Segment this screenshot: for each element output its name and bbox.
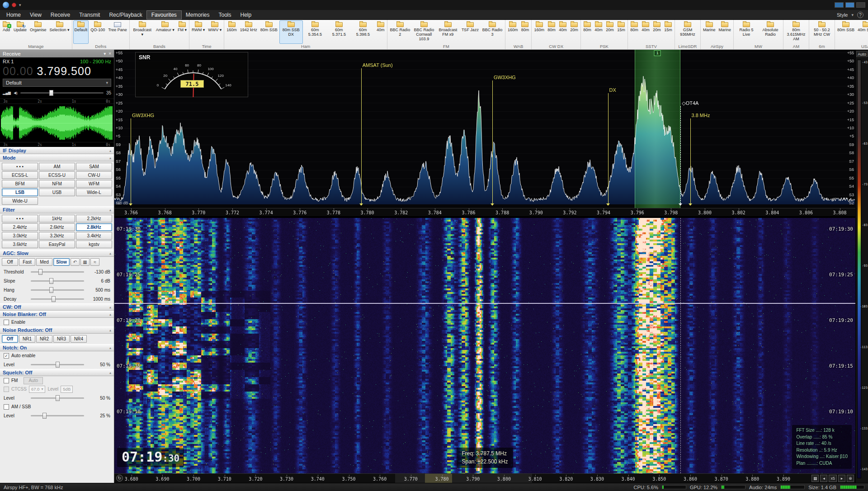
mode-button-am[interactable]: AM: [39, 163, 75, 170]
ribbon-button-default[interactable]: Default: [73, 20, 89, 44]
ribbon-button-60m-5-371-5[interactable]: 60m 5.371.5: [327, 20, 351, 44]
record-icon[interactable]: [12, 3, 16, 7]
collapse-icon[interactable]: ▴: [109, 312, 111, 316]
close-button[interactable]: [856, 2, 865, 8]
ribbon-button-bbc-radio-2[interactable]: BBC Radio 2: [388, 20, 412, 44]
ribbon-button-60m-5-398-5[interactable]: 60m 5.398.5: [351, 20, 375, 44]
filter-button-2-2khz[interactable]: 2.2kHz: [76, 215, 112, 222]
filter-button-2-8khz[interactable]: 2.8kHz: [76, 223, 112, 231]
auto-enable-checkbox[interactable]: [4, 353, 9, 359]
profile-select[interactable]: Default ▾: [3, 79, 111, 87]
speaker-icon[interactable]: ◀): [14, 91, 18, 95]
ribbon-button-80m-3-615mhz-am[interactable]: 80m 3.615MHz AM: [784, 20, 808, 44]
ribbon-button-80m[interactable]: 80m: [519, 20, 530, 44]
ribbon-button-20m[interactable]: 20m: [604, 20, 615, 44]
ribbon-button-40m[interactable]: 40m: [375, 20, 386, 44]
mode-button-wfm[interactable]: WFM: [76, 180, 112, 188]
minimize-button[interactable]: [835, 2, 844, 8]
ribbon-button-organise[interactable]: Organise: [28, 20, 48, 44]
ribbon-button-tsf-jazz[interactable]: TSF Jazz: [460, 20, 480, 44]
ribbon-button-broadcast[interactable]: Broadcast ▾: [131, 20, 154, 44]
ribbon-button-update[interactable]: ↻Update: [12, 20, 28, 44]
mode-button-cw-u[interactable]: CW-U: [76, 171, 112, 179]
ribbon-button-wwv[interactable]: WWV ▾: [207, 20, 223, 44]
agc-tool-icon-2[interactable]: ≈: [90, 258, 99, 266]
ribbon-button-bbc-radio-cornwall-103-9[interactable]: BBC Radio Cornwall 103.9: [412, 20, 436, 44]
ribbon-button-20m[interactable]: 20m: [569, 20, 580, 44]
nr-button-nr3[interactable]: NR3: [53, 335, 70, 343]
frequency-display[interactable]: 00.003.799.500: [3, 65, 111, 78]
agc-hang-slider[interactable]: [31, 289, 84, 291]
ribbon-button-gsm-936mhz[interactable]: GSM 936MHz: [676, 20, 699, 44]
filter-button-3-4khz[interactable]: 3.4kHz: [76, 232, 112, 240]
nav-control-2[interactable]: x5: [829, 475, 837, 482]
menu-tab-memories[interactable]: Memories: [181, 11, 214, 19]
squelch-level-thumb[interactable]: [56, 395, 60, 401]
ribbon-button-add[interactable]: +Add: [1, 20, 12, 44]
section-filter[interactable]: Filter▴: [0, 206, 114, 213]
mode-button-nfm[interactable]: NFM: [39, 180, 75, 188]
section-notch[interactable]: Notch: On▴: [0, 344, 114, 351]
ribbon-button-80m[interactable]: 80m: [629, 20, 640, 44]
collapse-icon[interactable]: ▴: [109, 328, 111, 332]
palette-colorbar[interactable]: [857, 60, 861, 478]
mode-button-ecss-u[interactable]: ECSS-U: [39, 171, 75, 179]
mode-button-usb[interactable]: USB: [39, 189, 75, 196]
ribbon-button-80m-ssb[interactable]: 80m SSB: [836, 20, 856, 44]
ribbon-button-bbc-radio-3[interactable]: BBC Radio 3: [481, 20, 504, 44]
ribbon-button-40m[interactable]: 40m: [557, 20, 568, 44]
collapse-icon[interactable]: ▴: [109, 305, 111, 309]
band-navigator[interactable]: 3.6803.6903.7003.7103.7203.7303.7403.750…: [114, 473, 855, 483]
nav-control-4[interactable]: ⊕: [847, 475, 854, 482]
notch-level-slider[interactable]: [31, 364, 84, 365]
nav-control-0[interactable]: ▦: [811, 475, 819, 482]
agc-decay-slider[interactable]: [31, 298, 84, 300]
collapse-icon[interactable]: ▴: [109, 156, 111, 160]
ctcss-frequency-select[interactable]: 67.0▾: [29, 386, 46, 393]
menu-tab-home[interactable]: Home: [2, 11, 25, 19]
menu-tab-receive[interactable]: Receive: [46, 11, 75, 19]
section-squelch[interactable]: Squelch: Off▴: [0, 369, 114, 376]
section-mode[interactable]: Mode▴: [0, 154, 114, 161]
mode-button-bfm[interactable]: BFM: [2, 180, 38, 188]
enable-checkbox[interactable]: [4, 320, 9, 325]
agc-button-fast[interactable]: Fast: [19, 258, 35, 266]
am-ssb-checkbox[interactable]: [4, 404, 9, 410]
menu-tab-rec-playback[interactable]: Rec/Playback: [104, 11, 146, 19]
collapse-icon[interactable]: ▴: [109, 208, 111, 212]
menu-tab-tools[interactable]: Tools: [214, 11, 236, 19]
ribbon-button-rwm[interactable]: RWM ▾: [190, 20, 206, 44]
ribbon-button-80m-ssb[interactable]: 80m SSB: [259, 20, 279, 44]
ribbon-button-80m[interactable]: 80m: [546, 20, 557, 44]
filter-button-3-0khz[interactable]: 3.0kHz: [2, 232, 38, 240]
mode-button-wide-u[interactable]: Wide-U: [2, 197, 38, 205]
level-meter-icon[interactable]: ▂▄▆: [3, 91, 11, 95]
agc-button-off[interactable]: Off: [2, 258, 18, 266]
menu-tab-help[interactable]: Help: [236, 11, 256, 19]
filter-button-easypal[interactable]: EasyPal: [39, 241, 75, 248]
agc-slope-slider[interactable]: [31, 280, 84, 282]
ribbon-button-40m[interactable]: 40m: [640, 20, 651, 44]
notch-level-thumb[interactable]: [56, 362, 60, 368]
ribbon-button-fm[interactable]: FM ▾: [176, 20, 188, 44]
menu-tab-favourites[interactable]: Favourites: [147, 11, 181, 19]
pane-close-icon[interactable]: ×: [108, 51, 111, 56]
collapse-icon[interactable]: ▴: [109, 251, 111, 255]
ribbon-button-tree-pane[interactable]: Tree Pane: [107, 20, 128, 44]
ribbon-button-160m[interactable]: 160m: [506, 20, 519, 44]
menu-tab-transmit[interactable]: Transmit: [75, 11, 104, 19]
filter-button-x[interactable]: • • •: [2, 215, 38, 222]
help-icon[interactable]: ?: [857, 12, 863, 18]
ribbon-button-broadcast-fm-x9[interactable]: Broadcast FM x9: [436, 20, 460, 44]
pane-menu-icon[interactable]: ▾: [104, 51, 106, 56]
nav-control-3[interactable]: ▸: [838, 475, 845, 482]
filter-button-1khz[interactable]: 1kHz: [39, 215, 75, 222]
squelch-auto-button[interactable]: Auto: [24, 377, 43, 384]
squelch-level-slider[interactable]: [31, 397, 84, 399]
ribbon-button-80m-ssb-dx[interactable]: 80m SSB DX: [279, 20, 303, 44]
filter-button-3-6khz[interactable]: 3.6kHz: [2, 241, 38, 248]
ribbon-button-40m[interactable]: 40m: [593, 20, 604, 44]
ribbon-button-20m[interactable]: 20m: [651, 20, 662, 44]
nav-control-1[interactable]: ◂: [820, 475, 827, 482]
agc-decay-thumb[interactable]: [52, 296, 56, 302]
